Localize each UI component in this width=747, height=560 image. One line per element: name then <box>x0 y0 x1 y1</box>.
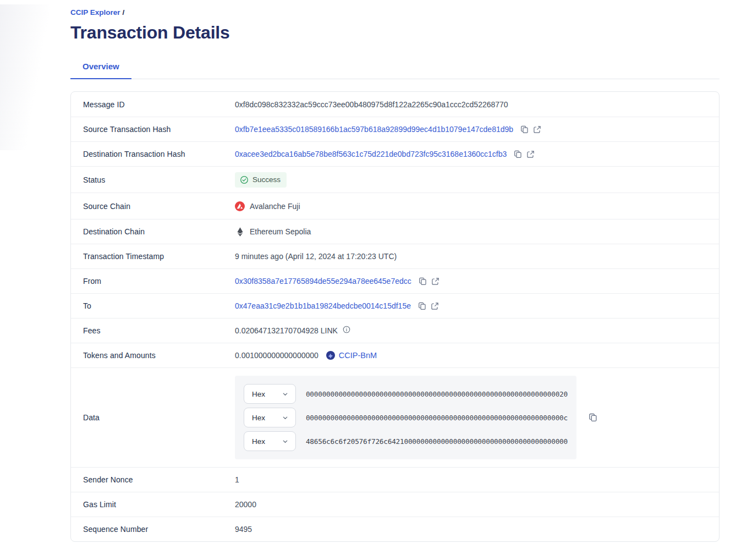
table-row-message-id: Message ID 0xf8dc098c832332ac59ccc73ee00… <box>71 92 719 117</box>
source-chain-name: Avalanche Fuji <box>250 202 300 211</box>
row-label: Data <box>71 413 235 422</box>
table-row-sender-nonce: Sender Nonce 1 <box>71 467 719 492</box>
source-tx-hash-link[interactable]: 0xfb7e1eea5335c018589166b1ac597b618a9289… <box>235 125 513 134</box>
hex-format-label: Hex <box>252 414 265 422</box>
dest-tx-hash-link[interactable]: 0xacee3ed2bca16ab5e78be8f563c1c75d221de0… <box>235 150 507 158</box>
row-label: From <box>71 277 235 286</box>
table-row-sequence-number: Sequence Number 9495 <box>71 517 719 541</box>
row-label: Tokens and Amounts <box>71 351 235 360</box>
row-label: Source Chain <box>71 202 235 211</box>
table-row-to: To 0x47eaa31c9e2b1b1ba19824bedcbe0014c15… <box>71 293 719 318</box>
copy-icon[interactable] <box>589 413 597 422</box>
timestamp-value: 9 minutes ago (April 12, 2024 at 17:20:2… <box>235 252 397 261</box>
row-label: Destination Transaction Hash <box>71 150 235 158</box>
row-label: Status <box>71 175 235 184</box>
external-link-icon[interactable] <box>533 125 541 134</box>
message-id-value: 0xf8dc098c832332ac59ccc73ee00b480975d8f1… <box>235 100 508 109</box>
chevron-down-icon <box>282 414 289 421</box>
row-label: Sender Nonce <box>71 475 235 484</box>
row-label: Transaction Timestamp <box>71 252 235 261</box>
data-hex-line: 0000000000000000000000000000000000000000… <box>306 390 568 398</box>
token-amount: 0.001000000000000000 <box>235 351 318 360</box>
breadcrumb-link-ccip-explorer[interactable]: CCIP Explorer <box>70 8 120 17</box>
hex-format-select[interactable]: Hex <box>244 408 296 427</box>
dest-chain-name: Ethereum Sepolia <box>250 227 311 236</box>
data-line-3: Hex 48656c6c6f20576f726c6421000000000000… <box>244 431 568 451</box>
external-link-icon[interactable] <box>526 150 535 158</box>
chevron-down-icon <box>282 438 289 445</box>
breadcrumb: CCIP Explorer/ <box>70 8 719 17</box>
hex-format-select[interactable]: Hex <box>244 384 296 404</box>
data-hex-panel: Hex 000000000000000000000000000000000000… <box>235 376 576 459</box>
copy-icon[interactable] <box>419 277 427 286</box>
chevron-down-icon <box>282 391 289 398</box>
row-label: Message ID <box>71 100 235 109</box>
table-row-source-tx-hash: Source Transaction Hash 0xfb7e1eea5335c0… <box>71 117 719 141</box>
tab-bar: Overview <box>70 62 719 79</box>
fees-value: 0.020647132170704928 LINK <box>235 326 338 335</box>
copy-icon[interactable] <box>514 150 522 158</box>
table-row-fees: Fees 0.020647132170704928 LINK <box>71 318 719 343</box>
table-row-status: Status Success <box>71 166 719 193</box>
copy-icon[interactable] <box>520 125 529 134</box>
main-content: CCIP Explorer/ Transaction Details Overv… <box>70 0 719 542</box>
ccip-bnm-token-icon <box>326 351 335 360</box>
avalanche-fuji-icon <box>235 201 245 211</box>
external-link-icon[interactable] <box>431 277 440 286</box>
gas-limit-value: 20000 <box>235 500 256 509</box>
table-row-dest-tx-hash: Destination Transaction Hash 0xacee3ed2b… <box>71 141 719 166</box>
hex-format-label: Hex <box>252 437 265 446</box>
row-label: Gas Limit <box>71 500 235 509</box>
table-row-timestamp: Transaction Timestamp 9 minutes ago (Apr… <box>71 244 719 268</box>
transaction-details-table: Message ID 0xf8dc098c832332ac59ccc73ee00… <box>70 91 719 542</box>
data-hex-line: 48656c6c6f20576f726c64210000000000000000… <box>306 437 568 446</box>
copy-icon[interactable] <box>418 302 426 310</box>
sequence-number-value: 9495 <box>235 525 252 534</box>
row-label: Source Transaction Hash <box>71 125 235 134</box>
data-line-1: Hex 000000000000000000000000000000000000… <box>244 384 568 404</box>
row-label: To <box>71 301 235 310</box>
data-hex-line: 0000000000000000000000000000000000000000… <box>306 414 568 422</box>
hex-format-label: Hex <box>252 390 265 398</box>
status-badge: Success <box>235 172 287 188</box>
row-label: Destination Chain <box>71 227 235 236</box>
token-link-ccip-bnm[interactable]: CCIP-BnM <box>339 351 377 360</box>
check-circle-icon <box>240 175 249 184</box>
decorative-gradient <box>0 4 63 150</box>
data-line-2: Hex 000000000000000000000000000000000000… <box>244 408 568 427</box>
table-row-gas-limit: Gas Limit 20000 <box>71 492 719 517</box>
row-label: Fees <box>71 326 235 335</box>
status-text: Success <box>252 175 281 184</box>
tab-overview[interactable]: Overview <box>70 62 131 79</box>
table-row-from: From 0x30f8358a7e17765894de55e294a78ee64… <box>71 268 719 293</box>
table-row-tokens: Tokens and Amounts 0.001000000000000000 … <box>71 343 719 367</box>
table-row-dest-chain: Destination Chain Ethereum Sepolia <box>71 219 719 244</box>
sender-nonce-value: 1 <box>235 475 239 484</box>
table-row-source-chain: Source Chain Avalanche Fuji <box>71 193 719 219</box>
table-row-data: Data Hex 0000000000000000000000000000000… <box>71 367 719 467</box>
from-address-link[interactable]: 0x30f8358a7e17765894de55e294a78ee645e7ed… <box>235 277 411 286</box>
info-icon[interactable] <box>343 326 350 333</box>
to-address-link[interactable]: 0x47eaa31c9e2b1b1ba19824bedcbe0014c15df1… <box>235 301 411 310</box>
hex-format-select[interactable]: Hex <box>244 431 296 451</box>
breadcrumb-separator: / <box>123 8 125 17</box>
external-link-icon[interactable] <box>431 302 439 310</box>
page-title: Transaction Details <box>70 22 719 43</box>
ethereum-sepolia-icon <box>235 227 245 237</box>
row-label: Sequence Number <box>71 525 235 534</box>
